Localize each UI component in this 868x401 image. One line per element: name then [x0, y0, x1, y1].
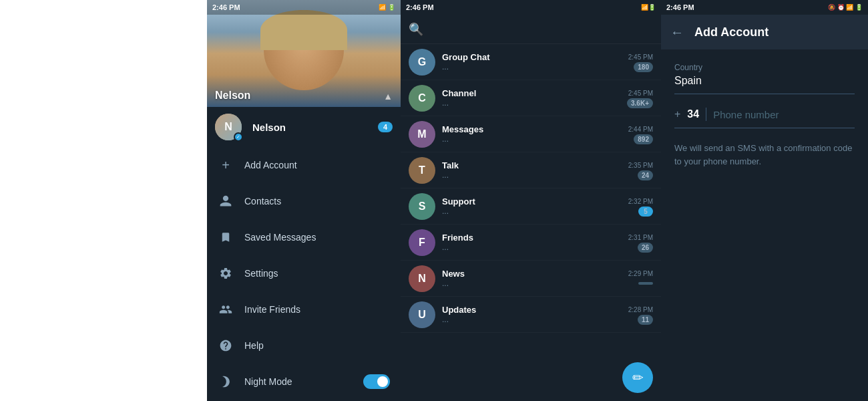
add-account-menu-item[interactable]: + Add Account	[207, 147, 401, 183]
list-item[interactable]: N News2:29 PM ...	[401, 261, 661, 297]
list-item[interactable]: C Channel2:45 PM ...3.6K+	[401, 80, 661, 116]
left-panel	[0, 0, 207, 401]
add-account-header: ← Add Account	[661, 15, 868, 49]
bookmark-icon	[218, 229, 234, 245]
phone-code: 34	[687, 108, 699, 120]
help-label: Help	[244, 340, 390, 351]
add-account-status-time: 2:46 PM	[666, 3, 694, 11]
settings-label: Settings	[244, 268, 390, 279]
list-item[interactable]: F Friends2:31 PM ...26	[401, 225, 661, 261]
chat-content: Support2:32 PM ...5	[442, 196, 653, 217]
list-item[interactable]: G Group Chat2:45 PM ...180	[401, 44, 661, 80]
chat-content: Group Chat2:45 PM ...180	[442, 52, 653, 72]
user-info: Nelson	[252, 122, 367, 133]
list-item[interactable]: T Talk2:35 PM ...24	[401, 152, 661, 188]
avatar: U	[409, 301, 435, 328]
invite-icon	[218, 301, 234, 317]
country-value[interactable]: Spain	[674, 75, 855, 94]
chat-content: Talk2:35 PM ...24	[442, 160, 653, 180]
phone-divider	[706, 108, 706, 121]
chat-list-panel: 2:46 PM 📶🔋 🔍 G Group Chat2:45 PM ...180 …	[401, 0, 661, 401]
compose-button[interactable]: ✏	[622, 362, 653, 393]
night-mode-toggle[interactable]	[363, 374, 390, 389]
chat-content: News2:29 PM ...	[442, 269, 653, 288]
avatar: C	[409, 85, 435, 112]
profile-name: Nelson	[215, 90, 250, 102]
back-button[interactable]: ←	[670, 25, 684, 40]
add-account-label: Add Account	[244, 160, 390, 170]
add-account-statusbar: 2:46 PM 🔕 ⏰ 📶 🔋	[661, 0, 868, 15]
profile-header[interactable]: 2:46 PM 📶 🔋 Nelson ▲	[207, 0, 401, 107]
night-mode-menu-item[interactable]: Night Mode	[207, 364, 401, 400]
country-label: Country	[674, 63, 855, 72]
contacts-menu-item[interactable]: Contacts	[207, 183, 401, 219]
add-icon: +	[218, 157, 234, 173]
avatar: S	[409, 193, 435, 220]
phone-row: + 34	[674, 108, 855, 128]
night-mode-label: Night Mode	[244, 376, 353, 387]
contacts-label: Contacts	[244, 196, 390, 207]
add-account-body: Country Spain + 34 We will send an SMS w…	[661, 49, 868, 401]
add-account-panel: 2:46 PM 🔕 ⏰ 📶 🔋 ← Add Account Country Sp…	[661, 0, 868, 401]
avatar: N	[409, 265, 435, 292]
chat-content: Updates2:28 PM ...11	[442, 305, 653, 325]
add-account-status-icons: 🔕 ⏰ 📶 🔋	[828, 4, 863, 11]
phone-prefix: +	[674, 108, 680, 120]
list-item[interactable]: M Messages2:44 PM ...892	[401, 116, 661, 152]
chat-statusbar: 2:46 PM 📶🔋	[401, 0, 661, 15]
avatar: F	[409, 229, 435, 256]
settings-icon	[218, 265, 234, 281]
invite-friends-label: Invite Friends	[244, 304, 390, 315]
saved-messages-label: Saved Messages	[244, 232, 390, 243]
phone-number-input[interactable]	[713, 109, 855, 120]
chat-status-icons: 📶🔋	[641, 4, 656, 11]
moon-icon	[218, 374, 234, 390]
add-account-title: Add Account	[694, 25, 769, 39]
saved-messages-menu-item[interactable]: Saved Messages	[207, 219, 401, 255]
unread-badge: 4	[378, 122, 393, 132]
middle-status-icons: 📶 🔋	[379, 4, 395, 11]
status-bar-middle: 2:46 PM 📶 🔋	[207, 0, 401, 15]
search-icon[interactable]: 🔍	[409, 22, 423, 37]
middle-status-time: 2:46 PM	[212, 3, 240, 11]
chat-content: Messages2:44 PM ...892	[442, 124, 653, 144]
chat-status-time: 2:46 PM	[406, 3, 434, 11]
avatar: G	[409, 49, 435, 76]
chat-list-header: 🔍	[401, 15, 661, 44]
edit-icon: ✏	[632, 370, 644, 386]
verified-badge: ✓	[234, 132, 243, 142]
list-item[interactable]: S Support2:32 PM ...5	[401, 188, 661, 225]
help-icon	[218, 338, 234, 354]
help-menu-item[interactable]: Help	[207, 327, 401, 364]
chat-content: Channel2:45 PM ...3.6K+	[442, 88, 653, 108]
chevron-up-icon[interactable]: ▲	[383, 91, 393, 102]
drawer-menu: 2:46 PM 📶 🔋 Nelson ▲ N ✓ Nelson 4 +	[207, 0, 401, 401]
avatar: T	[409, 157, 435, 184]
invite-friends-menu-item[interactable]: Invite Friends	[207, 291, 401, 327]
settings-menu-item[interactable]: Settings	[207, 255, 401, 291]
chat-items: G Group Chat2:45 PM ...180 C Channel2:45…	[401, 44, 661, 401]
avatar: N ✓	[215, 114, 242, 140]
list-item[interactable]: U Updates2:28 PM ...11	[401, 297, 661, 333]
chat-content: Friends2:31 PM ...26	[442, 233, 653, 253]
sms-info-text: We will send an SMS with a confirmation …	[674, 142, 855, 168]
contacts-icon	[218, 193, 234, 209]
avatar: M	[409, 121, 435, 148]
user-menu-item[interactable]: N ✓ Nelson 4	[207, 107, 401, 147]
user-name: Nelson	[252, 122, 367, 133]
